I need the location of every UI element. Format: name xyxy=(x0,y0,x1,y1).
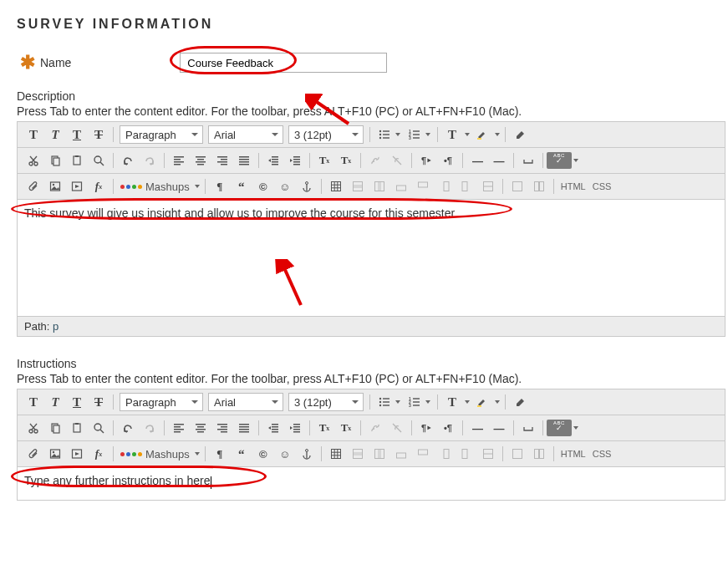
italic-button[interactable]: T xyxy=(44,125,66,144)
redo-button[interactable] xyxy=(139,151,160,170)
subscript-button[interactable]: Tx xyxy=(335,419,357,437)
table-split-button[interactable] xyxy=(528,445,550,463)
blockquote-button[interactable]: “ xyxy=(231,177,252,196)
blockquote-button[interactable]: “ xyxy=(231,445,252,463)
paste-button[interactable] xyxy=(66,151,88,170)
numbered-list-caret[interactable] xyxy=(424,125,432,144)
name-input[interactable] xyxy=(180,53,387,73)
format-select[interactable]: Paragraph xyxy=(120,125,203,144)
mashups-button[interactable]: Mashups xyxy=(117,177,193,196)
mashups-caret[interactable] xyxy=(193,177,201,196)
unlink-button[interactable] xyxy=(386,151,408,170)
table-insert-col-right-button[interactable] xyxy=(456,177,477,196)
html-button[interactable]: HTML xyxy=(557,445,589,463)
mashups-button[interactable]: Mashups xyxy=(117,445,193,463)
ltr-button[interactable]: ¶‣ xyxy=(415,151,437,170)
align-right-button[interactable] xyxy=(211,419,233,437)
font-size-select[interactable]: 3 (12pt) xyxy=(288,125,364,144)
anchor-button[interactable] xyxy=(296,445,318,463)
align-right-button[interactable] xyxy=(211,151,233,170)
attachment-button[interactable] xyxy=(23,445,44,463)
font-size-select[interactable]: 3 (12pt) xyxy=(288,393,364,411)
table-row-button[interactable] xyxy=(347,445,369,463)
table-insert-row-above-button[interactable] xyxy=(390,177,412,196)
redo-button[interactable] xyxy=(139,419,160,437)
format-select[interactable]: Paragraph xyxy=(120,393,203,411)
emoji-button[interactable]: ☺ xyxy=(274,177,296,196)
table-col-button[interactable] xyxy=(369,177,390,196)
outdent-button[interactable] xyxy=(262,151,284,170)
show-blocks-button[interactable]: ¶ xyxy=(209,445,231,463)
clear-format-button[interactable] xyxy=(509,125,531,144)
table-delete-row-button[interactable] xyxy=(477,177,499,196)
text-color-caret[interactable] xyxy=(463,125,471,144)
table-delete-row-button[interactable] xyxy=(477,445,499,463)
formula-button[interactable]: fx xyxy=(88,445,109,463)
table-split-button[interactable] xyxy=(528,177,550,196)
css-button[interactable]: CSS xyxy=(589,445,615,463)
numbered-list-caret[interactable] xyxy=(424,393,432,411)
description-editor[interactable]: This survey will give us insight and all… xyxy=(17,200,725,317)
table-merge-button[interactable] xyxy=(507,177,528,196)
table-insert-row-above-button[interactable] xyxy=(390,445,412,463)
anchor-button[interactable] xyxy=(296,177,318,196)
spellcheck-button[interactable]: ✓ xyxy=(547,152,572,169)
table-merge-button[interactable] xyxy=(507,445,528,463)
media-button[interactable] xyxy=(66,445,88,463)
superscript-button[interactable]: Tx xyxy=(313,419,335,437)
highlight-button[interactable] xyxy=(471,393,493,411)
image-button[interactable] xyxy=(44,445,66,463)
nbsp-button[interactable] xyxy=(517,151,539,170)
indent-button[interactable] xyxy=(284,151,306,170)
spellcheck-button[interactable]: ✓ xyxy=(547,420,572,436)
spellcheck-caret[interactable] xyxy=(572,419,580,437)
unlink-button[interactable] xyxy=(386,419,408,437)
copy-button[interactable] xyxy=(44,419,66,437)
align-left-button[interactable] xyxy=(168,419,190,437)
bold-button[interactable]: T xyxy=(23,125,44,144)
outdent-button[interactable] xyxy=(262,419,284,437)
attachment-button[interactable] xyxy=(23,177,44,196)
instructions-editor[interactable]: Type any further instructions in here xyxy=(17,467,725,501)
rtl-button[interactable]: •¶ xyxy=(437,151,459,170)
undo-button[interactable] xyxy=(117,419,139,437)
table-insert-row-below-button[interactable] xyxy=(412,445,434,463)
show-blocks-button[interactable]: ¶ xyxy=(209,177,231,196)
strikethrough-button[interactable]: T xyxy=(88,125,109,144)
highlight-caret[interactable] xyxy=(493,393,501,411)
highlight-caret[interactable] xyxy=(493,125,501,144)
link-button[interactable] xyxy=(364,419,386,437)
clear-format-button[interactable] xyxy=(509,393,531,411)
mashups-caret[interactable] xyxy=(193,445,201,463)
emoji-button[interactable]: ☺ xyxy=(274,445,296,463)
table-col-button[interactable] xyxy=(369,445,390,463)
font-select[interactable]: Arial xyxy=(208,393,283,411)
bullet-list-caret[interactable] xyxy=(394,393,402,411)
table-insert-col-left-button[interactable] xyxy=(434,445,456,463)
media-button[interactable] xyxy=(66,177,88,196)
table-button[interactable] xyxy=(325,177,347,196)
table-insert-col-right-button[interactable] xyxy=(456,445,477,463)
align-justify-button[interactable] xyxy=(233,419,255,437)
bullet-list-caret[interactable] xyxy=(394,125,402,144)
nbsp-button[interactable] xyxy=(517,419,539,437)
text-color-caret[interactable] xyxy=(463,393,471,411)
ltr-button[interactable]: ¶‣ xyxy=(415,419,437,437)
cut-button[interactable] xyxy=(23,419,44,437)
hr-button[interactable]: — xyxy=(466,151,488,170)
underline-button[interactable]: T xyxy=(66,125,88,144)
paste-button[interactable] xyxy=(66,419,88,437)
copyright-button[interactable]: © xyxy=(252,445,274,463)
rtl-button[interactable]: •¶ xyxy=(437,419,459,437)
italic-button[interactable]: T xyxy=(44,393,66,411)
text-color-button[interactable]: T xyxy=(441,125,463,144)
undo-button[interactable] xyxy=(117,151,139,170)
bold-button[interactable]: T xyxy=(23,393,44,411)
align-center-button[interactable] xyxy=(190,151,211,170)
line-button[interactable]: — xyxy=(488,419,510,437)
align-center-button[interactable] xyxy=(190,419,211,437)
subscript-button[interactable]: Tx xyxy=(335,151,357,170)
image-button[interactable] xyxy=(44,177,66,196)
copyright-button[interactable]: © xyxy=(252,177,274,196)
text-color-button[interactable]: T xyxy=(441,393,463,411)
